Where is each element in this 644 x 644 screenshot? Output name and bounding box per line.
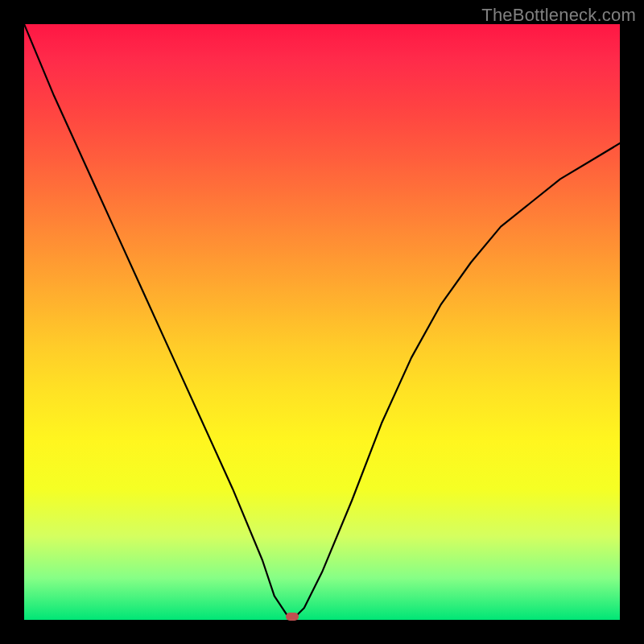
optimal-point-marker	[286, 613, 299, 621]
watermark-text: TheBottleneck.com	[481, 5, 636, 26]
chart-plot-area	[24, 24, 620, 620]
bottleneck-curve	[24, 24, 620, 620]
